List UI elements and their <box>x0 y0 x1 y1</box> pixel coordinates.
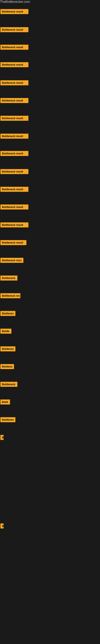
bottleneck-result-item[interactable]: Bottleneck result <box>0 27 28 32</box>
bottleneck-result-item[interactable]: Bottleneck result <box>0 98 28 103</box>
bottleneck-result-item[interactable]: B <box>0 435 3 440</box>
bottleneck-result-item[interactable]: Bottleneck result <box>0 80 28 85</box>
bottleneck-result-item[interactable]: Bottlenec <box>0 417 15 422</box>
bottleneck-result-item[interactable]: Bottl <box>0 400 10 404</box>
bottleneck-result-item[interactable]: Bottleneck result <box>0 187 28 192</box>
bottleneck-result-item[interactable]: Bottleneck result <box>0 240 26 245</box>
bottleneck-result-item[interactable]: Bottlenec <box>0 346 15 352</box>
bottleneck-result-item[interactable]: Bottleneck result <box>0 169 28 174</box>
bottleneck-result-item[interactable]: Bottle <box>0 329 11 334</box>
bottleneck-result-item[interactable]: Bottleneck result <box>0 45 28 50</box>
bottleneck-result-item[interactable]: Bottleneck result <box>0 116 28 121</box>
bottleneck-result-item[interactable]: Bottleneck result <box>0 62 28 67</box>
bottleneck-result-item[interactable]: Bottleneck result <box>0 151 28 156</box>
bottleneck-result-item[interactable]: Bottlenec <box>0 311 15 316</box>
bottleneck-result-item[interactable]: B <box>0 524 3 528</box>
bottleneck-result-item[interactable]: Bottleneck res <box>0 293 20 298</box>
bottleneck-result-item[interactable]: Bottleneck result <box>0 222 28 228</box>
bottleneck-result-item[interactable]: Bottleneck result <box>0 204 28 210</box>
bottleneck-result-item[interactable]: Bottleneck <box>0 382 17 387</box>
bottleneck-result-item[interactable]: Bottleneck resu <box>0 258 23 263</box>
bottleneck-result-item[interactable]: Bottleneck <box>0 276 17 280</box>
site-title-bar: TheBottlenecker.com <box>0 0 100 4</box>
bottleneck-result-item[interactable]: Bottleneck result <box>0 9 28 14</box>
bottleneck-result-item[interactable]: Bottlene <box>0 364 14 369</box>
bottleneck-result-item[interactable]: Bottleneck result <box>0 134 28 139</box>
